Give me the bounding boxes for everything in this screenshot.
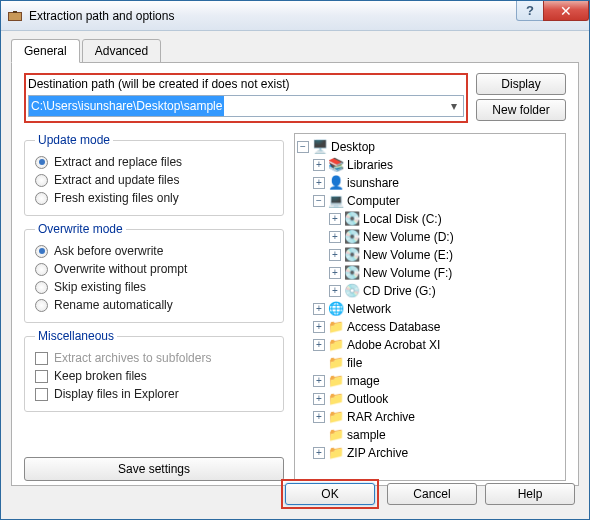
drive-icon: 💽 [344,229,360,245]
tree-node-folder[interactable]: +📁ZIP Archive [297,444,563,462]
misc-opt-broken[interactable]: Keep broken files [35,367,273,385]
tree-node-desktop[interactable]: −🖥️Desktop [297,138,563,156]
help-button[interactable]: Help [485,483,575,505]
overwrite-mode-group: Overwrite mode Ask before overwrite Over… [24,222,284,323]
misc-group: Miscellaneous Extract archives to subfol… [24,329,284,412]
expand-icon[interactable]: + [329,249,341,261]
tab-general[interactable]: General [11,39,80,63]
tree-node-drive-d[interactable]: +💽New Volume (D:) [297,228,563,246]
folder-icon: 📁 [328,427,344,443]
radio-icon [35,281,48,294]
destination-label: Destination path (will be created if doe… [28,77,464,91]
folder-icon: 📁 [328,337,344,353]
misc-opt-subfolders: Extract archives to subfolders [35,349,273,367]
radio-icon [35,192,48,205]
tab-panel-general: Destination path (will be created if doe… [11,62,579,486]
checkbox-icon [35,352,48,365]
tree-node-folder[interactable]: +📁image [297,372,563,390]
titlebar: Extraction path and options ? ✕ [1,1,589,31]
radio-icon [35,299,48,312]
network-icon: 🌐 [328,301,344,317]
close-button[interactable]: ✕ [543,1,589,21]
cancel-button[interactable]: Cancel [387,483,477,505]
expand-icon[interactable]: + [329,285,341,297]
save-settings-button[interactable]: Save settings [24,457,284,481]
destination-highlight: Destination path (will be created if doe… [24,73,468,123]
tree-node-network[interactable]: +🌐Network [297,300,563,318]
update-mode-legend: Update mode [35,133,113,147]
collapse-icon[interactable]: − [297,141,309,153]
display-button[interactable]: Display [476,73,566,95]
expand-icon[interactable]: + [329,213,341,225]
expand-icon[interactable]: + [329,231,341,243]
drive-icon: 💽 [344,247,360,263]
expand-icon[interactable]: + [313,411,325,423]
new-folder-button[interactable]: New folder [476,99,566,121]
overwrite-opt-without[interactable]: Overwrite without prompt [35,260,273,278]
ok-button[interactable]: OK [285,483,375,505]
expand-icon[interactable]: + [313,339,325,351]
radio-icon [35,156,48,169]
libraries-icon: 📚 [328,157,344,173]
tab-strip: General Advanced [11,39,579,63]
svg-rect-2 [13,11,17,13]
tree-node-user[interactable]: +👤isunshare [297,174,563,192]
update-opt-update[interactable]: Extract and update files [35,171,273,189]
computer-icon: 💻 [328,193,344,209]
tree-node-drive-g[interactable]: +💿CD Drive (G:) [297,282,563,300]
radio-icon [35,263,48,276]
update-opt-fresh[interactable]: Fresh existing files only [35,189,273,207]
destination-path-combobox[interactable]: C:\Users\isunshare\Desktop\sample ▾ [28,95,464,117]
svg-rect-1 [9,13,21,20]
expand-icon[interactable]: + [313,393,325,405]
expand-icon[interactable]: + [313,303,325,315]
window-buttons: ? ✕ [517,1,589,30]
tree-node-drive-c[interactable]: +💽Local Disk (C:) [297,210,563,228]
titlebar-help-button[interactable]: ? [516,1,544,21]
dropdown-arrow-icon[interactable]: ▾ [445,99,463,113]
folder-icon: 📁 [328,445,344,461]
expand-icon[interactable]: + [313,447,325,459]
folder-icon: 📁 [328,391,344,407]
misc-legend: Miscellaneous [35,329,117,343]
expand-icon[interactable]: + [329,267,341,279]
tree-node-computer[interactable]: −💻Computer [297,192,563,210]
tab-advanced[interactable]: Advanced [82,39,161,63]
update-mode-group: Update mode Extract and replace files Ex… [24,133,284,216]
app-icon [7,8,23,24]
content-area: General Advanced Destination path (will … [1,31,589,486]
drive-icon: 💽 [344,211,360,227]
folder-tree[interactable]: −🖥️Desktop +📚Libraries +👤isunshare −💻Com… [294,133,566,481]
drive-icon: 💽 [344,265,360,281]
ok-highlight: OK [281,479,379,509]
expand-icon[interactable]: + [313,321,325,333]
radio-icon [35,174,48,187]
destination-path-value: C:\Users\isunshare\Desktop\sample [29,96,224,116]
tree-node-libraries[interactable]: +📚Libraries [297,156,563,174]
dialog-footer: OK Cancel Help [281,479,575,509]
expand-icon[interactable]: + [313,159,325,171]
tree-node-folder[interactable]: +📁RAR Archive [297,408,563,426]
tree-node-folder[interactable]: +📁Adobe Acrobat XI [297,336,563,354]
misc-opt-explorer[interactable]: Display files in Explorer [35,385,273,403]
overwrite-opt-ask[interactable]: Ask before overwrite [35,242,273,260]
overwrite-opt-rename[interactable]: Rename automatically [35,296,273,314]
collapse-icon[interactable]: − [313,195,325,207]
tree-node-drive-e[interactable]: +💽New Volume (E:) [297,246,563,264]
desktop-icon: 🖥️ [312,139,328,155]
tree-node-folder[interactable]: +📁Access Database [297,318,563,336]
tree-node-folder[interactable]: +📁Outlook [297,390,563,408]
overwrite-mode-legend: Overwrite mode [35,222,126,236]
overwrite-opt-skip[interactable]: Skip existing files [35,278,273,296]
tree-node-drive-f[interactable]: +💽New Volume (F:) [297,264,563,282]
dialog-window: Extraction path and options ? ✕ General … [0,0,590,520]
checkbox-icon [35,388,48,401]
folder-icon: 📁 [328,319,344,335]
expand-icon[interactable]: + [313,177,325,189]
folder-icon: 📁 [328,373,344,389]
folder-icon: 📁 [328,409,344,425]
tree-node-folder[interactable]: 📁file [297,354,563,372]
expand-icon[interactable]: + [313,375,325,387]
update-opt-replace[interactable]: Extract and replace files [35,153,273,171]
tree-node-folder[interactable]: 📁sample [297,426,563,444]
